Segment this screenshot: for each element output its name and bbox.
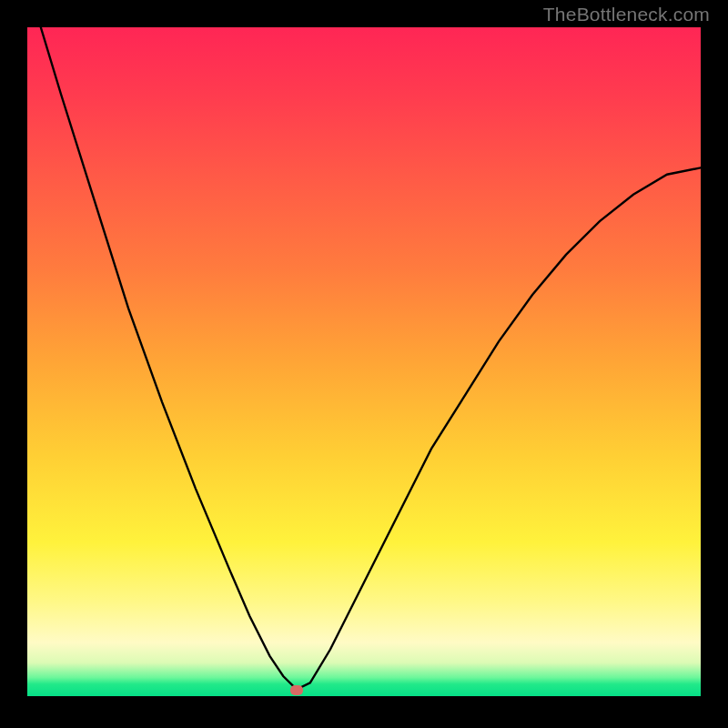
optimum-marker (290, 685, 303, 695)
chart-frame: TheBottleneck.com (0, 0, 728, 728)
watermark-text: TheBottleneck.com (543, 4, 710, 25)
bottleneck-curve (27, 27, 701, 696)
